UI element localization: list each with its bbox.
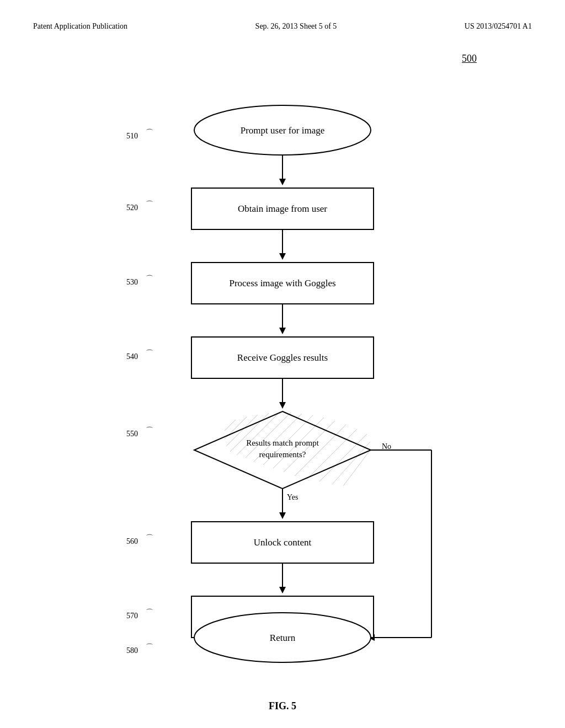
arrowhead-yes xyxy=(279,512,286,519)
label-580: 580 xyxy=(126,646,138,655)
node-520-text: Obtain image from user xyxy=(238,204,327,214)
node-550-text-line1: Results match prompt xyxy=(246,438,319,447)
squiggle-520: ⌒ xyxy=(146,200,153,208)
node-540-text: Receive Goggles results xyxy=(237,352,328,363)
flowchart-area: 510 ⌒ Prompt user for image 520 ⌒ Obtain… xyxy=(89,75,476,684)
node-560-text: Unlock content xyxy=(254,537,312,548)
label-560: 560 xyxy=(126,537,138,545)
flowchart-svg: 510 ⌒ Prompt user for image 520 ⌒ Obtain… xyxy=(89,75,476,682)
squiggle-510: ⌒ xyxy=(146,129,153,137)
squiggle-550: ⌒ xyxy=(146,426,153,435)
header-left: Patent Application Publication xyxy=(33,22,127,31)
squiggle-570: ⌒ xyxy=(146,608,153,617)
label-530: 530 xyxy=(126,278,138,286)
node-530-text: Process image with Goggles xyxy=(229,278,335,288)
arrowhead-510-520 xyxy=(279,179,286,185)
header-right: US 2013/0254701 A1 xyxy=(465,22,532,31)
label-540: 540 xyxy=(126,352,138,361)
diagram-number: 500 xyxy=(462,53,477,65)
node-510-text: Prompt user for image xyxy=(241,125,325,136)
arrowhead-560-570 xyxy=(279,587,286,593)
arrowhead-540-550 xyxy=(279,402,286,409)
header: Patent Application Publication Sep. 26, … xyxy=(33,22,532,31)
arrowhead-520-530 xyxy=(279,253,286,260)
header-center: Sep. 26, 2013 Sheet 5 of 5 xyxy=(255,22,337,31)
squiggle-560: ⌒ xyxy=(146,534,153,542)
node-580-text: Return xyxy=(270,633,296,643)
label-510: 510 xyxy=(126,132,138,140)
page: Patent Application Publication Sep. 26, … xyxy=(0,0,565,728)
squiggle-530: ⌒ xyxy=(146,275,153,283)
fig-label: FIG. 5 xyxy=(269,700,296,712)
label-570: 570 xyxy=(126,612,138,620)
squiggle-540: ⌒ xyxy=(146,349,153,357)
arrowhead-530-540 xyxy=(279,328,286,334)
label-yes: Yes xyxy=(287,493,298,501)
label-no: No xyxy=(382,442,391,451)
label-520: 520 xyxy=(126,204,138,212)
squiggle-580: ⌒ xyxy=(146,643,153,651)
diagram: 500 510 ⌒ Prompt user for image 520 ⌒ Ob… xyxy=(33,64,532,712)
svg-line-0 xyxy=(225,420,236,431)
label-550: 550 xyxy=(126,430,138,438)
node-550-text-line2: requirements? xyxy=(259,450,306,459)
